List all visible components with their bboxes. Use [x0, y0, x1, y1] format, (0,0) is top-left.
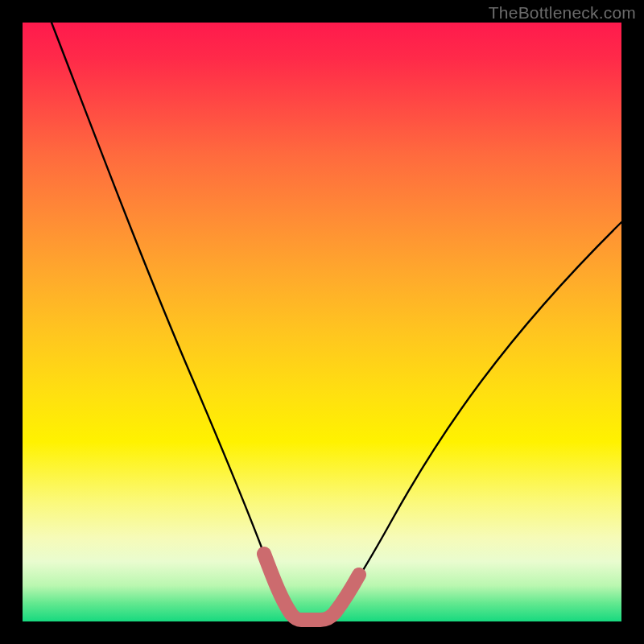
chart-frame: TheBottleneck.com: [0, 0, 644, 644]
highlight-band: [264, 554, 359, 620]
curve-layer: [23, 23, 621, 621]
bottleneck-curve: [52, 23, 621, 620]
watermark-text: TheBottleneck.com: [489, 3, 636, 23]
plot-area: [23, 23, 621, 621]
